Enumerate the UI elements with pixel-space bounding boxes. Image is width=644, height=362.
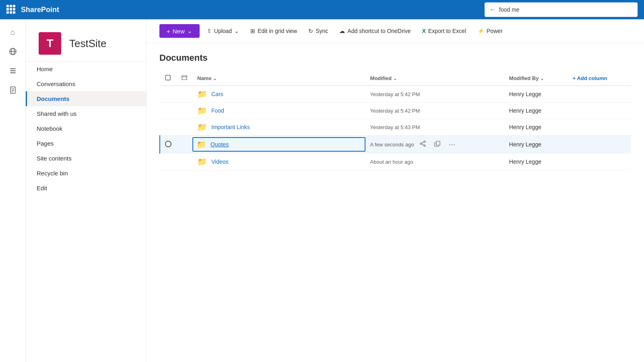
nav-item-edit[interactable]: Edit: [26, 181, 146, 195]
sharepoint-logo: SharePoint: [21, 6, 59, 14]
folder-name-link[interactable]: Important Links: [211, 124, 250, 130]
power-icon: ⚡: [477, 28, 484, 34]
nav-item-pages[interactable]: Pages: [26, 136, 146, 151]
svg-line-16: [421, 144, 423, 145]
icon-header: [176, 71, 192, 86]
notes-icon[interactable]: [5, 82, 21, 98]
edit-grid-button[interactable]: ⊞ Edit in grid view: [246, 25, 301, 37]
modified-header-label: Modified: [370, 75, 392, 81]
row-modified-by: Henry Legge: [504, 154, 568, 170]
modified-by-column-header[interactable]: Modified By ⌄: [504, 71, 568, 86]
search-back-icon[interactable]: ←: [489, 6, 496, 13]
table-row[interactable]: 📁 Food Yesterday at 5:42 PM Henry Legge: [160, 103, 631, 119]
copy-action-button[interactable]: [432, 139, 443, 150]
checkbox-header[interactable]: [160, 71, 176, 86]
svg-point-14: [420, 143, 422, 144]
upload-button[interactable]: ⇧ Upload ⌄: [203, 25, 243, 37]
folder-name-link[interactable]: Cars: [211, 91, 223, 97]
table-row-selected[interactable]: 📁 Quotes A few seconds ago: [160, 136, 631, 154]
row-checkbox[interactable]: [160, 86, 176, 103]
new-label: New: [173, 28, 185, 35]
table-header-row: Name ⌄ Modified ⌄ Modified By ⌄ + A: [160, 71, 631, 86]
nav-item-shared[interactable]: Shared with us: [26, 106, 146, 121]
nav-item-recycle-bin[interactable]: Recycle bin: [26, 166, 146, 181]
name-header-label: Name: [197, 75, 211, 81]
row-checkbox[interactable]: [160, 154, 176, 170]
table-row[interactable]: 📁 Important Links Yesterday at 5:43 PM H…: [160, 119, 631, 136]
upload-chevron-icon: ⌄: [234, 28, 239, 34]
row-modified: About an hour ago: [365, 154, 504, 170]
add-shortcut-button[interactable]: ☁ Add shortcut to OneDrive: [335, 25, 415, 37]
folder-name-link[interactable]: Videos: [211, 158, 229, 165]
search-input[interactable]: [499, 6, 633, 13]
documents-table: Name ⌄ Modified ⌄ Modified By ⌄ + A: [159, 71, 631, 170]
row-name-cell[interactable]: 📁 Cars: [192, 86, 365, 103]
nav-item-conversations[interactable]: Conversations: [26, 76, 146, 91]
add-column-label: + Add column: [573, 75, 607, 81]
row-extra: [568, 136, 631, 154]
row-icon: [176, 103, 192, 119]
upload-icon: ⇧: [207, 28, 212, 34]
row-extra: [568, 119, 631, 136]
folder-item: 📁 Cars: [197, 89, 223, 99]
folder-icon-emoji: 📁: [197, 106, 207, 115]
app-launcher-icon[interactable]: [6, 5, 16, 14]
nav-sidebar: T TestSite Home Conversations Documents …: [26, 19, 147, 362]
row-icon: [176, 136, 192, 154]
nav-item-home[interactable]: Home: [26, 62, 146, 76]
export-excel-button[interactable]: X Export to Excel: [418, 25, 471, 37]
folder-name-link[interactable]: Food: [211, 107, 224, 114]
row-modified-by: Henry Legge: [504, 103, 568, 119]
row-name-cell[interactable]: 📁 Videos: [192, 154, 365, 170]
folder-name-link[interactable]: Quotes: [211, 141, 229, 148]
folder-icon-emoji: 📁: [197, 157, 207, 167]
sync-button[interactable]: ↻ Sync: [304, 25, 332, 37]
nav-item-documents[interactable]: Documents: [26, 91, 146, 106]
row-action-buttons: A few seconds ago ⋯: [370, 139, 500, 150]
folder-icon-emoji: 📁: [196, 140, 206, 149]
power-button[interactable]: ⚡ Power: [473, 25, 507, 37]
modified-column-header[interactable]: Modified ⌄: [365, 71, 504, 86]
row-radio[interactable]: [160, 136, 176, 154]
upload-label: Upload: [214, 28, 232, 34]
row-extra: [568, 86, 631, 103]
row-name-cell-selected[interactable]: 📁 Quotes: [192, 136, 365, 154]
folder-item: 📁 Videos: [197, 157, 229, 167]
chevron-down-icon: ⌄: [187, 27, 192, 35]
row-modified-by: Henry Legge: [504, 119, 568, 136]
svg-rect-6: [10, 87, 15, 93]
sites-icon[interactable]: [5, 43, 21, 60]
row-modified: Yesterday at 5:43 PM: [365, 119, 504, 136]
excel-icon: X: [422, 28, 426, 34]
site-title: TestSite: [69, 37, 107, 50]
row-modified: A few seconds ago ⋯: [365, 136, 504, 154]
nav-item-notebook[interactable]: Notebook: [26, 121, 146, 136]
row-extra: [568, 154, 631, 170]
row-modified: Yesterday at 5:42 PM: [365, 103, 504, 119]
row-icon: [176, 119, 192, 136]
nav-item-site-contents[interactable]: Site contents: [26, 151, 146, 166]
plus-icon: +: [167, 28, 170, 35]
list-icon[interactable]: [5, 63, 21, 79]
add-column-header[interactable]: + Add column: [568, 71, 631, 86]
new-button[interactable]: + New ⌄: [159, 24, 200, 38]
row-checkbox[interactable]: [160, 119, 176, 136]
more-action-button[interactable]: ⋯: [446, 139, 458, 150]
toolbar: + New ⌄ ⇧ Upload ⌄ ⊞ Edit in grid view ↻…: [147, 19, 644, 43]
name-column-header[interactable]: Name ⌄: [192, 71, 365, 86]
row-name-cell[interactable]: 📁 Important Links: [192, 119, 365, 136]
table-row[interactable]: 📁 Videos About an hour ago Henry Legge: [160, 154, 631, 170]
table-row[interactable]: 📁 Cars Yesterday at 5:42 PM Henry Legge: [160, 86, 631, 103]
svg-point-12: [424, 141, 425, 142]
svg-point-13: [424, 145, 425, 146]
row-name-cell[interactable]: 📁 Food: [192, 103, 365, 119]
share-action-button[interactable]: [417, 139, 429, 150]
row-checkbox[interactable]: [160, 103, 176, 119]
sync-icon: ↻: [308, 28, 313, 34]
row-modified-by: Henry Legge: [504, 136, 568, 154]
radio-icon: [165, 141, 171, 147]
home-icon[interactable]: ⌂: [5, 24, 21, 40]
folder-icon-emoji: 📁: [197, 122, 207, 132]
search-bar[interactable]: ←: [485, 2, 638, 17]
export-label: Export to Excel: [428, 28, 466, 34]
